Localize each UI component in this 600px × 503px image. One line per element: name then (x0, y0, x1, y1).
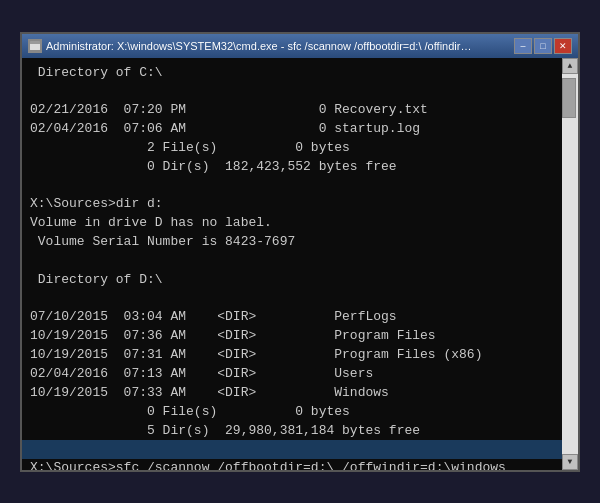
scrollbar-thumb[interactable] (562, 78, 576, 118)
maximize-button[interactable]: □ (534, 38, 552, 54)
title-bar: Administrator: X:\windows\SYSTEM32\cmd.e… (22, 34, 578, 58)
cmd-window: Administrator: X:\windows\SYSTEM32\cmd.e… (20, 32, 580, 472)
window-body: Directory of C:\ 02/21/2016 07:20 PM 0 R… (22, 58, 578, 470)
scrollbar-track[interactable] (562, 74, 578, 454)
highlighted-command-line (22, 440, 562, 459)
scrollbar[interactable]: ▲ ▼ (562, 58, 578, 470)
close-button[interactable]: ✕ (554, 38, 572, 54)
window-icon (28, 39, 42, 53)
svg-rect-1 (30, 41, 40, 44)
title-bar-left: Administrator: X:\windows\SYSTEM32\cmd.e… (28, 39, 476, 53)
scrollbar-down-arrow[interactable]: ▼ (562, 454, 578, 470)
terminal-output[interactable]: Directory of C:\ 02/21/2016 07:20 PM 0 R… (22, 58, 562, 470)
svg-rect-0 (30, 43, 40, 50)
title-buttons: – □ ✕ (514, 38, 572, 54)
scrollbar-up-arrow[interactable]: ▲ (562, 58, 578, 74)
minimize-button[interactable]: – (514, 38, 532, 54)
window-title: Administrator: X:\windows\SYSTEM32\cmd.e… (46, 40, 476, 52)
